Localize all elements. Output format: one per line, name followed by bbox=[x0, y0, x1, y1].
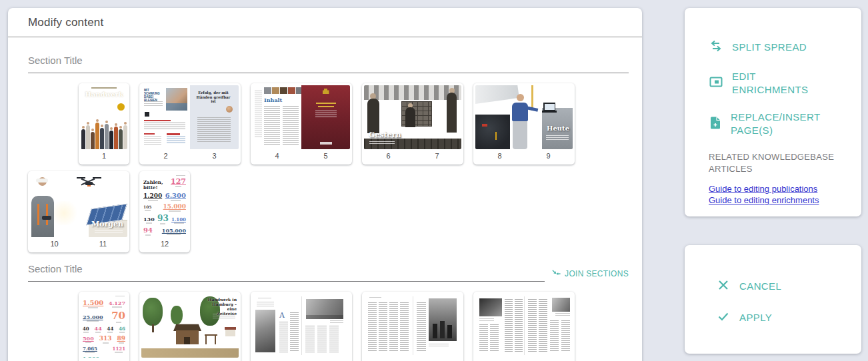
decor-shape bbox=[479, 298, 502, 316]
page-thumbnail-cover[interactable]: Handwerk in Hamburg 1 bbox=[79, 83, 129, 165]
decor-shape bbox=[719, 314, 728, 320]
page-number: 7 bbox=[413, 152, 461, 160]
decor-shape bbox=[141, 348, 239, 358]
page-number-row: 1 bbox=[81, 149, 127, 163]
page-slot: A bbox=[251, 292, 352, 361]
thumbnail-row: 1.5004.12725.0007040444446500313897.0651… bbox=[28, 292, 629, 361]
apply-label: APPLY bbox=[739, 312, 772, 323]
page-number: 11 bbox=[79, 240, 127, 248]
decor-shape bbox=[255, 310, 275, 352]
decor-shape bbox=[81, 129, 85, 149]
stat-number: 1.100 bbox=[171, 217, 186, 224]
decor-shape bbox=[272, 87, 279, 94]
decor-shape bbox=[528, 299, 537, 352]
decor-shape bbox=[146, 222, 152, 224]
decor-shape bbox=[717, 278, 730, 292]
decor-shape bbox=[103, 342, 109, 344]
decor-shape bbox=[91, 132, 95, 149]
decor-shape bbox=[85, 352, 95, 353]
decor-shape bbox=[205, 334, 207, 344]
decor-shape bbox=[440, 321, 445, 338]
decor-shape bbox=[110, 127, 113, 130]
decor-shape bbox=[175, 186, 181, 187]
decor-shape bbox=[717, 310, 730, 323]
page-thumbnail-ad[interactable]: MIT SCHWUNG DABEI BLEIBEN Erfolg, der mi… bbox=[139, 83, 241, 165]
page-thumbnail-zeitreise[interactable]: Handwerk in Hamburg – eine Zeitreise bbox=[139, 292, 241, 361]
page-number: 9 bbox=[524, 152, 573, 160]
decor-shape bbox=[167, 133, 180, 135]
page-thumbnail-morgen[interactable]: Morgen 1011 bbox=[28, 171, 129, 252]
page-slot: 1.5004.12725.0007040444446500313897.0651… bbox=[28, 292, 129, 361]
section-title-field[interactable]: Section Title bbox=[28, 263, 545, 282]
page-art-cover: Handwerk in Hamburg bbox=[81, 85, 127, 149]
edit-enrichments-button[interactable]: EDIT ENRICHMENTS bbox=[709, 70, 849, 97]
page-number: 8 bbox=[475, 152, 524, 160]
stat-number: 1.200 bbox=[143, 193, 162, 201]
decor-shape bbox=[46, 204, 48, 225]
decor-shape bbox=[323, 89, 329, 94]
decor-shape bbox=[555, 313, 570, 316]
decor-shape bbox=[490, 324, 499, 352]
heute-overlay-title: Heute bbox=[547, 125, 569, 132]
decor-shape bbox=[543, 103, 555, 111]
decor-shape bbox=[515, 299, 523, 352]
page-thumbnail-toc[interactable]: Inhalt 45 bbox=[251, 83, 352, 165]
page-thumbnail-stats[interactable]: 1.5004.12725.0007040444446500313897.0651… bbox=[79, 292, 129, 361]
decor-shape bbox=[329, 326, 339, 352]
page-thumbnail-article3[interactable] bbox=[473, 292, 575, 361]
page-thumbnail-heute[interactable]: Heute 89 bbox=[473, 83, 575, 165]
page-slot bbox=[473, 292, 575, 361]
join-sections-button[interactable]: JOIN SECTIONS bbox=[551, 268, 629, 278]
decor-shape bbox=[117, 103, 125, 111]
confirm-card: CANCEL APPLY bbox=[685, 245, 861, 354]
decor-shape bbox=[405, 107, 415, 127]
decor-shape bbox=[144, 123, 185, 129]
decor-shape bbox=[88, 307, 98, 308]
section-title-field[interactable]: Section Title bbox=[28, 55, 629, 73]
split-spread-button[interactable]: SPLIT SPREAD bbox=[709, 39, 849, 56]
page-number-row bbox=[141, 358, 239, 361]
replace-insert-pages-button[interactable]: REPLACE/INSERT PAGE(S) bbox=[709, 111, 849, 137]
decor-shape bbox=[429, 298, 457, 341]
page-art-article1: A bbox=[253, 294, 350, 358]
page-thumbnail-zahlen[interactable]: Zahlen, bitte! 1271.2006.30010515.000130… bbox=[139, 171, 190, 252]
page-thumbnail-article2[interactable] bbox=[362, 292, 463, 361]
check-icon bbox=[717, 310, 730, 325]
decor-shape bbox=[288, 87, 295, 94]
decor-shape bbox=[258, 298, 271, 298]
page-number-row: 1011 bbox=[30, 237, 127, 250]
decor-shape bbox=[447, 93, 457, 133]
decor-shape bbox=[144, 136, 161, 145]
stat-number: 93 bbox=[157, 214, 169, 224]
decor-shape bbox=[553, 270, 555, 272]
guide-editing-enrichments-link[interactable]: Guide to editing enrichments bbox=[709, 194, 849, 206]
article-drop-cap: A bbox=[279, 311, 285, 320]
decor-shape bbox=[545, 104, 555, 110]
decor-shape bbox=[144, 133, 155, 135]
decor-shape bbox=[143, 298, 163, 326]
stat-number: 105 bbox=[143, 205, 152, 211]
decor-shape bbox=[42, 216, 51, 220]
page-thumbnail-gestern[interactable]: Gestern 67 bbox=[362, 83, 463, 165]
page-art-gestern: Gestern bbox=[364, 85, 461, 149]
page-number-row bbox=[253, 358, 350, 361]
page-thumbnail-article1[interactable]: A bbox=[251, 292, 352, 361]
stat-number: 94 bbox=[143, 227, 153, 236]
stat-number: 4.127 bbox=[109, 300, 125, 308]
guide-editing-publications-link[interactable]: Guide to editing publications bbox=[709, 183, 849, 194]
actions-card: SPLIT SPREAD EDIT ENRICHMENTS REPLACE/IN… bbox=[685, 8, 861, 216]
decor-shape bbox=[37, 204, 39, 225]
decor-shape bbox=[105, 124, 109, 149]
decor-shape bbox=[517, 94, 524, 101]
page-number: 12 bbox=[141, 240, 188, 248]
decor-shape bbox=[315, 111, 337, 118]
close-icon bbox=[717, 278, 730, 294]
decor-shape bbox=[475, 115, 510, 149]
decor-shape bbox=[711, 117, 720, 129]
page-art-article3 bbox=[475, 294, 573, 358]
cancel-button[interactable]: CANCEL bbox=[717, 278, 849, 294]
decor-shape bbox=[101, 125, 103, 127]
decor-shape: Zahlen, bitte! 1271.2006.30010515.000130… bbox=[143, 178, 186, 236]
apply-button[interactable]: APPLY bbox=[717, 310, 849, 325]
section-title-placeholder: Section Title bbox=[28, 55, 629, 66]
